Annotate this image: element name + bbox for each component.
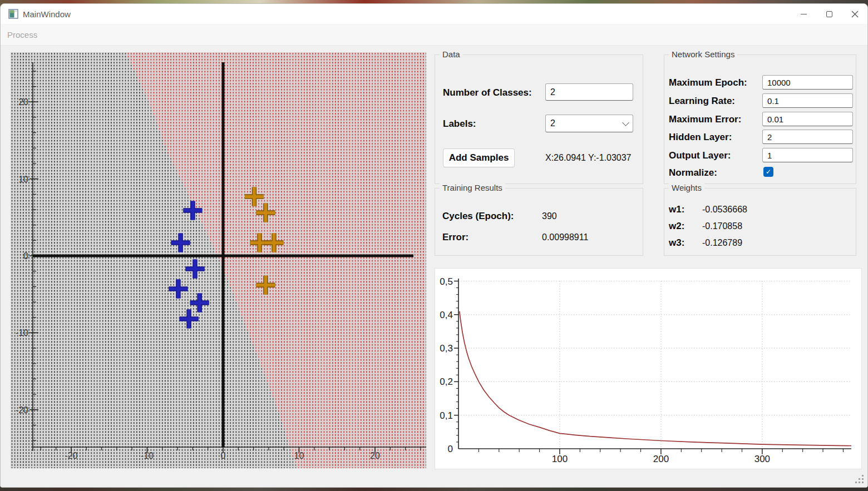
maximize-icon <box>826 11 832 17</box>
svg-text:0,2: 0,2 <box>440 376 453 387</box>
close-icon <box>851 11 859 18</box>
learning-rate-input[interactable] <box>762 93 853 108</box>
error-value: 0.00998911 <box>542 232 588 242</box>
number-of-classes-input[interactable] <box>545 83 633 101</box>
svg-text:10: 10 <box>294 451 304 460</box>
labels-label: Labels: <box>443 118 476 130</box>
number-of-classes-label: Number of Classes: <box>443 87 532 98</box>
labels-dropdown[interactable]: 2 <box>545 115 633 132</box>
output-layer-input[interactable] <box>762 148 853 162</box>
resize-grip[interactable] <box>854 473 866 485</box>
svg-text:0: 0 <box>23 251 28 261</box>
minimize-button[interactable] <box>791 4 816 24</box>
data-groupbox: Data Number of Classes: Labels: 2 Add Sa… <box>435 54 643 184</box>
svg-text:-20: -20 <box>16 405 28 415</box>
svg-text:0: 0 <box>448 444 453 454</box>
hidden-layer-label: Hidden Layer: <box>669 132 732 143</box>
checkmark-icon: ✓ <box>766 168 771 176</box>
w1-value: -0.0536668 <box>702 205 747 215</box>
app-icon <box>8 9 18 19</box>
error-curve-chart: 00,10,20,30,40,5100200300 <box>435 268 862 469</box>
cycles-value: 390 <box>542 211 557 221</box>
svg-text:-20: -20 <box>65 451 77 460</box>
minimize-icon <box>801 14 807 14</box>
maximum-error-input[interactable] <box>762 112 853 126</box>
w3-value: -0.126789 <box>702 238 742 248</box>
data-group-title: Data <box>440 49 463 59</box>
menu-bar: Process <box>1 24 867 46</box>
hidden-layer-input[interactable] <box>762 130 853 144</box>
client-area: -20-1001020-20-1001020 Data Number of Cl… <box>1 46 867 488</box>
svg-text:20: 20 <box>18 97 28 107</box>
normalize-checkbox[interactable]: ✓ <box>763 167 773 177</box>
cursor-position-readout: X:26.0941 Y:-1.03037 <box>545 153 632 163</box>
w2-value: -0.170858 <box>702 221 742 231</box>
cycles-label: Cycles (Epoch): <box>442 211 514 222</box>
labels-dropdown-value: 2 <box>550 118 623 128</box>
error-label: Error: <box>442 232 468 243</box>
svg-text:200: 200 <box>653 454 669 464</box>
decision-plane-chart[interactable]: -20-1001020-20-1001020 <box>11 52 426 468</box>
learning-rate-label: Learning Rate: <box>669 96 735 107</box>
window-title: MainWindow <box>23 9 71 19</box>
network-settings-groupbox: Network Settings Maximum Epoch: Learning… <box>664 54 856 184</box>
weights-groupbox: Weights w1: -0.0536668 w2: -0.170858 w3:… <box>664 188 856 256</box>
chevron-down-icon <box>622 119 629 126</box>
svg-text:300: 300 <box>754 454 770 464</box>
svg-text:0: 0 <box>221 451 226 460</box>
w2-label: w2: <box>669 221 684 232</box>
w1-label: w1: <box>669 204 684 215</box>
svg-text:20: 20 <box>370 451 380 460</box>
training-results-title: Training Results <box>440 183 505 192</box>
svg-text:0,3: 0,3 <box>440 343 453 354</box>
main-window: MainWindow Process -20-1001020-20-100102… <box>0 3 868 488</box>
svg-text:-10: -10 <box>16 328 28 338</box>
normalize-label: Normalize: <box>669 167 717 178</box>
w3-label: w3: <box>669 237 684 249</box>
svg-text:0,1: 0,1 <box>440 410 453 421</box>
network-settings-title: Network Settings <box>669 49 737 59</box>
svg-text:10: 10 <box>18 175 28 184</box>
maximize-button[interactable] <box>816 4 842 24</box>
svg-text:0,4: 0,4 <box>440 310 453 320</box>
output-layer-label: Output Layer: <box>669 150 731 161</box>
title-bar: MainWindow <box>1 4 867 24</box>
close-button[interactable] <box>842 4 867 24</box>
menu-item-process[interactable]: Process <box>1 30 44 39</box>
maximum-error-label: Maximum Error: <box>669 114 741 125</box>
maximum-epoch-input[interactable] <box>762 75 853 90</box>
training-results-groupbox: Training Results Cycles (Epoch): 390 Err… <box>435 188 643 256</box>
svg-text:0,5: 0,5 <box>440 276 453 287</box>
svg-text:100: 100 <box>552 454 568 464</box>
svg-text:-10: -10 <box>141 451 154 460</box>
add-samples-button[interactable]: Add Samples <box>443 148 515 167</box>
weights-title: Weights <box>669 183 704 192</box>
maximum-epoch-label: Maximum Epoch: <box>669 77 747 88</box>
